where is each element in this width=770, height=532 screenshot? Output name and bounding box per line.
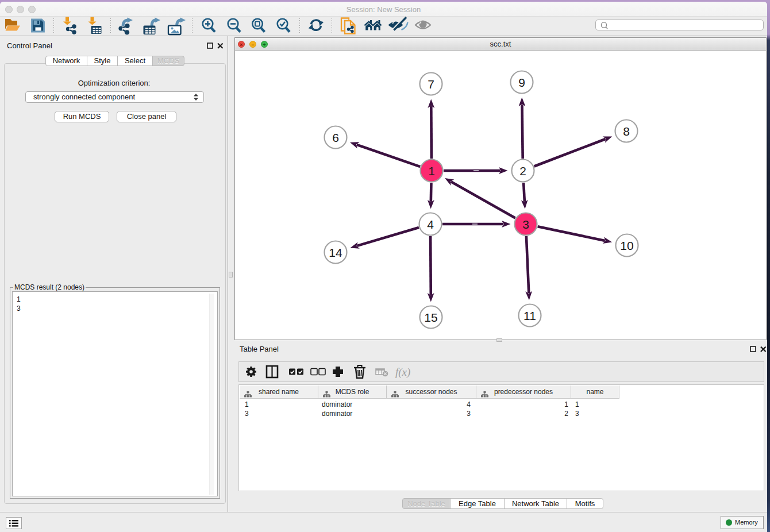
svg-text:14: 14 xyxy=(329,246,342,259)
svg-text:9: 9 xyxy=(518,76,525,89)
svg-text:8: 8 xyxy=(623,125,630,138)
svg-text:3: 3 xyxy=(522,218,529,231)
svg-text:6: 6 xyxy=(332,131,339,144)
svg-text:7: 7 xyxy=(428,78,434,91)
svg-text:2: 2 xyxy=(519,164,526,178)
svg-text:15: 15 xyxy=(424,311,437,324)
svg-text:1: 1 xyxy=(428,164,435,178)
svg-text:10: 10 xyxy=(620,239,633,252)
svg-text:f(x): f(x) xyxy=(395,366,410,379)
svg-text:11: 11 xyxy=(523,309,536,322)
svg-text:4: 4 xyxy=(427,218,434,231)
